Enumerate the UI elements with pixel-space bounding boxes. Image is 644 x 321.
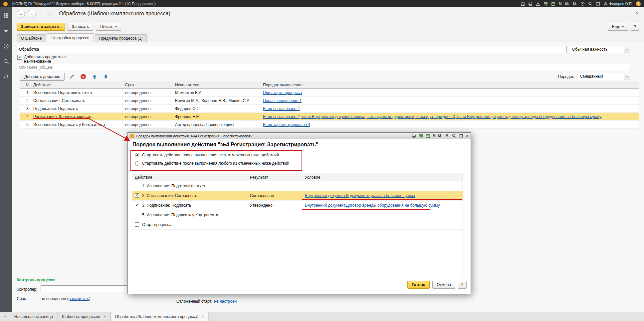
add-action-button[interactable]: Добавить действие <box>20 73 65 81</box>
dialog-help-button[interactable]: ? <box>458 281 467 289</box>
done-button[interactable]: Готово <box>407 281 430 289</box>
history-icon[interactable] <box>3 43 9 49</box>
table-row[interactable]: 3, Подписание: Подписать Утверждено Внут… <box>132 201 463 210</box>
radio-start-after-any[interactable]: Стартовать действие после выполнения люб… <box>135 161 289 166</box>
controller-input[interactable] <box>41 285 127 292</box>
back-button[interactable]: ← <box>17 10 25 18</box>
calc-memory-button[interactable]: M <box>433 134 435 138</box>
calculate-link[interactable]: рассчитать <box>69 296 89 301</box>
chevron-down-icon[interactable]: ▾ <box>624 46 630 53</box>
clock-icon[interactable] <box>580 2 585 6</box>
print-button[interactable]: Печать ▾ <box>96 23 121 31</box>
table-icon[interactable] <box>543 2 548 6</box>
template-name-input[interactable] <box>17 46 567 53</box>
order-link[interactable]: Если согласовано 2, если Внутренний доку… <box>263 114 602 119</box>
radio-selected-icon[interactable] <box>135 153 139 157</box>
column-header-executors[interactable]: Исполнители <box>173 81 261 88</box>
column-header-result[interactable]: Результат <box>247 173 302 181</box>
print-icon[interactable] <box>528 2 533 6</box>
importance-value: Обычная важность <box>570 47 624 52</box>
cancel-icon[interactable]: × <box>79 73 87 81</box>
description-input[interactable] <box>17 64 630 71</box>
table-row[interactable]: 2 Согласование: Согласовать не определен… <box>20 97 639 105</box>
order-select[interactable]: Смешанный ▾ <box>578 73 630 80</box>
column-header-condition[interactable]: Условие <box>302 173 463 181</box>
search-icon[interactable] <box>3 58 9 65</box>
cancel-button[interactable]: Отмена <box>432 281 455 289</box>
save-icon[interactable] <box>521 2 525 6</box>
bottom-tab-home[interactable]: Начальная страница <box>10 312 58 321</box>
table-row[interactable]: 3 Подписание: Подписать не определен Фед… <box>20 105 639 113</box>
column-header-n[interactable]: N <box>20 81 31 88</box>
export-icon[interactable] <box>536 2 540 6</box>
calc-memory-minus-button[interactable]: M- <box>446 134 450 138</box>
wand-icon[interactable] <box>68 73 76 81</box>
more-button[interactable]: Еще ▾ <box>608 23 628 31</box>
process-control-heading: Контроль процесса <box>17 278 55 282</box>
maximize-icon[interactable] <box>459 134 463 138</box>
info-icon[interactable]: i <box>636 1 641 6</box>
table-row[interactable]: 1, Исполнение: Подготовить отчет <box>132 181 463 191</box>
home-icon[interactable]: ⌂ <box>0 312 10 321</box>
calc-memory-button[interactable]: M <box>559 2 561 6</box>
add-subjects-checkbox[interactable] <box>17 55 22 60</box>
favorite-star-icon[interactable]: ☆ <box>47 10 52 17</box>
dialog-close-icon[interactable]: × <box>466 133 469 138</box>
importance-select[interactable]: Обычная важность ▾ <box>570 46 630 53</box>
favorites-star-icon[interactable]: ★ <box>3 27 9 34</box>
add-subjects-option[interactable]: Добавлять предметы в наименование <box>17 55 77 64</box>
save-and-close-button[interactable]: Записать и закрыть <box>17 23 65 31</box>
column-header-action[interactable]: Действие <box>132 173 247 181</box>
window-close-icon[interactable]: × <box>636 10 639 16</box>
deferred-start-link[interactable]: не настроен <box>214 299 237 304</box>
tab-process-settings[interactable]: Настройки процесса <box>47 33 94 42</box>
column-header-term[interactable]: Срок <box>123 81 173 88</box>
order-link[interactable]: Если зарегистрировано 4 <box>263 122 310 127</box>
table-row-selected[interactable]: 4 Регистрация: Зарегистрировать не опред… <box>20 113 639 121</box>
zoom-icon[interactable] <box>588 2 592 6</box>
current-user[interactable]: Федоров О.П. <box>603 2 633 6</box>
order-link[interactable]: При старте процесса <box>263 90 302 95</box>
term-label: Срок: <box>17 296 27 301</box>
calc-memory-minus-button[interactable]: M- <box>573 2 577 6</box>
zoom-icon[interactable] <box>452 134 456 138</box>
cell-result <box>247 181 302 191</box>
move-down-icon[interactable] <box>102 73 110 81</box>
print-icon[interactable] <box>412 134 416 138</box>
split-window-icon[interactable] <box>596 2 600 6</box>
table-row[interactable]: 1 Исполнение: Подготовить отчет не опред… <box>20 89 639 97</box>
chevron-down-icon[interactable]: ▾ <box>624 73 630 80</box>
column-header-action[interactable]: Действие <box>31 81 123 88</box>
cell-action: 5, Исполнение: Подписать у Контрагента <box>132 210 247 220</box>
close-icon[interactable]: × <box>201 314 204 319</box>
cell-executors: Автор процесса(Проверяющий) <box>173 121 261 128</box>
menu-grid-icon[interactable] <box>3 12 9 19</box>
bottom-tab-templates[interactable]: Шаблоны процессов × <box>58 312 110 321</box>
close-icon[interactable]: × <box>103 314 106 319</box>
condition-link[interactable]: Внутренний документ.В документе указана … <box>305 193 415 198</box>
save-button[interactable]: Записать <box>68 23 93 31</box>
radio-start-after-all[interactable]: Стартовать действие после выполнения все… <box>135 153 279 157</box>
table-row-highlighted[interactable]: 2, Согласование: Согласовать Согласовано… <box>132 191 463 201</box>
calendar-icon[interactable] <box>551 2 555 6</box>
order-link[interactable]: После завершения 1 <box>263 98 302 103</box>
condition-link[interactable]: Внутренний документ.Договор аренды обору… <box>305 203 440 208</box>
bottom-tab-current[interactable]: Обработка (Шаблон комплексного процесса)… <box>110 312 209 321</box>
calc-memory-plus-button[interactable]: M+ <box>565 2 570 6</box>
move-up-icon[interactable] <box>91 73 99 81</box>
table-icon[interactable] <box>419 134 423 138</box>
help-button[interactable]: ? <box>631 23 639 31</box>
dialog-titlebar[interactable]: Порядок выполнения действия "№4 Регистра… <box>128 133 471 139</box>
forward-button[interactable]: → <box>28 10 36 18</box>
table-row[interactable]: 5 Исполнение: Подписать у Контрагента не… <box>20 121 639 129</box>
notifications-bell-icon[interactable] <box>3 73 9 80</box>
calendar-icon[interactable] <box>426 134 430 138</box>
column-header-order[interactable]: Порядок выполнения <box>261 81 639 88</box>
tab-about-template[interactable]: О шаблоне <box>17 34 46 42</box>
table-row[interactable]: Старт процесса <box>132 220 463 230</box>
calc-memory-plus-button[interactable]: M+ <box>438 134 443 138</box>
table-row[interactable]: 5, Исполнение: Подписать у Контрагента <box>132 210 463 220</box>
radio-icon[interactable] <box>135 161 139 166</box>
tab-process-subjects[interactable]: Предметы процесса (1) <box>95 34 147 42</box>
order-link[interactable]: Если согласовано 2 <box>263 106 300 111</box>
